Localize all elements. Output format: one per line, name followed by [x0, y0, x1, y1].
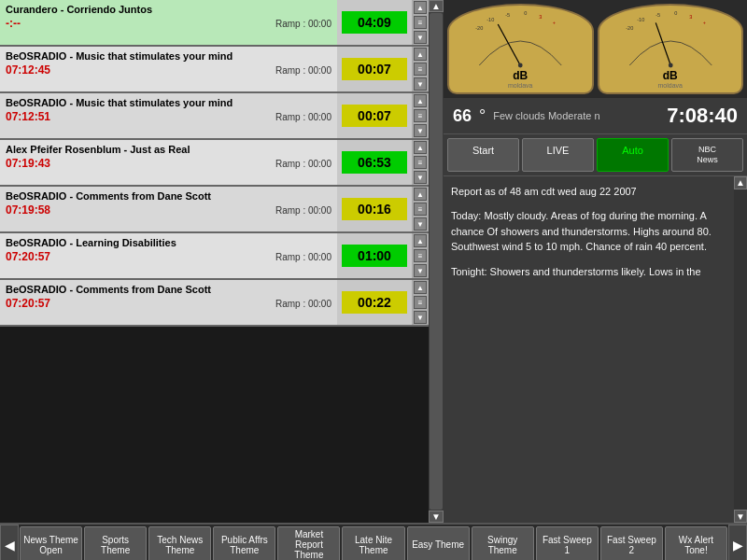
item-ctrl-up[interactable]: ▲ [414, 94, 427, 107]
item-title: BeOSRADIO - Music that stimulates your m… [6, 50, 331, 62]
item-time: 07:12:51 [6, 110, 50, 123]
item-time: -:-- [6, 17, 21, 30]
theme-item-swingy-theme[interactable]: Swingy Theme [472, 526, 534, 560]
item-title: BeOSRADIO - Learning Disabilities [6, 237, 331, 248]
svg-text:-10: -10 [637, 17, 644, 22]
svg-line-14 [655, 22, 670, 65]
vu-meters-section: -20 -10 -5 0 3 + dB moldava [444, 0, 747, 98]
item-time: 07:20:57 [6, 250, 50, 263]
theme-item-sports-theme[interactable]: Sports Theme [84, 526, 147, 560]
svg-text:-10: -10 [486, 17, 494, 22]
start-button[interactable]: Start [447, 138, 519, 172]
item-ctrl-menu[interactable]: ≡ [414, 156, 427, 169]
playlist-row[interactable]: Curandero - Corriendo Juntos -:-- Ramp :… [0, 0, 429, 47]
item-ctrl-down[interactable]: ▼ [414, 311, 427, 324]
item-ctrl-menu[interactable]: ≡ [414, 296, 427, 309]
vu-left-label: dB [513, 69, 528, 82]
theme-item-easy-theme[interactable]: Easy Theme [407, 526, 470, 560]
live-button[interactable]: LIVE [522, 138, 594, 172]
theme-item-public-affrs-theme[interactable]: Public Affrs Theme [213, 526, 275, 560]
item-ramp: Ramp : 00:00 [275, 65, 331, 76]
svg-text:-5: -5 [505, 12, 510, 18]
item-ctrl-up[interactable]: ▲ [414, 1, 427, 14]
svg-text:3: 3 [539, 14, 542, 20]
item-ctrl-menu[interactable]: ≡ [414, 203, 427, 216]
svg-text:-20: -20 [475, 25, 483, 31]
theme-next-btn[interactable]: ▶ [728, 525, 747, 560]
item-duration: 06:53 [342, 151, 407, 174]
vu-right-brand: moldava [658, 82, 683, 89]
item-ctrl-menu[interactable]: ≡ [414, 63, 427, 76]
item-ctrl-up[interactable]: ▲ [414, 188, 427, 201]
vu-left-brand: moldava [508, 82, 532, 89]
report-header: Report as of 48 am cdt wed aug 22 2007 [451, 184, 726, 200]
weather-scrollbar[interactable]: ▲ ▼ [734, 176, 747, 523]
control-buttons: Start LIVE Auto NBCNews [444, 134, 747, 176]
playlist-row[interactable]: BeOSRADIO - Music that stimulates your m… [0, 93, 429, 140]
theme-item-fast-sweep-2[interactable]: Fast Sweep 2 [600, 526, 663, 560]
weather-unit: ° [479, 106, 486, 126]
item-title: BeOSRADIO - Comments from Dane Scott [6, 190, 331, 202]
playlist-row[interactable]: BeOSRADIO - Comments from Dane Scott 07:… [0, 187, 429, 233]
item-ctrl-menu[interactable]: ≡ [414, 109, 427, 122]
item-ctrl-down[interactable]: ▼ [414, 31, 427, 44]
item-time: 07:20:57 [6, 297, 50, 310]
theme-item-market-report-theme[interactable]: Market Report Theme [277, 526, 340, 560]
theme-item-fast-sweep-1[interactable]: Fast Sweep 1 [536, 526, 599, 560]
weather-text-area: Report as of 48 am cdt wed aug 22 2007 T… [444, 176, 734, 523]
auto-button[interactable]: Auto [597, 138, 669, 172]
item-ctrl-menu[interactable]: ≡ [414, 16, 427, 29]
theme-items: News Theme OpenSports ThemeTech News The… [19, 525, 728, 560]
theme-item-tech-news-theme[interactable]: Tech News Theme [148, 526, 211, 560]
item-controls[interactable]: ▲ ≡ ▼ [412, 47, 429, 91]
theme-item-news-theme-open[interactable]: News Theme Open [20, 526, 82, 560]
item-duration-box: 04:09 [337, 0, 412, 45]
weather-bar: 66 ° Few clouds Moderate n 7:08:40 [444, 98, 747, 134]
scroll-up-btn[interactable]: ▲ [429, 0, 444, 12]
item-ctrl-up[interactable]: ▲ [414, 48, 427, 61]
playlist-row[interactable]: Alex Pfeifer Rosenblum - Just as Real 07… [0, 140, 429, 187]
item-title: BeOSRADIO - Music that stimulates your m… [6, 97, 331, 108]
vu-right-label: dB [663, 69, 678, 82]
item-ctrl-down[interactable]: ▼ [414, 171, 427, 184]
playlist-items: Curandero - Corriendo Juntos -:-- Ramp :… [0, 0, 429, 523]
weather-scroll-up[interactable]: ▲ [734, 176, 747, 189]
weather-description: Few clouds Moderate n [493, 110, 659, 121]
svg-text:-20: -20 [626, 25, 633, 31]
report-tonight: Tonight: Showers and thunderstorms likel… [451, 264, 726, 280]
item-ctrl-down[interactable]: ▼ [414, 124, 427, 137]
theme-prev-btn[interactable]: ◀ [0, 525, 19, 560]
playlist-row[interactable]: BeOSRADIO - Music that stimulates your m… [0, 47, 429, 93]
item-ctrl-down[interactable]: ▼ [414, 217, 427, 231]
item-ctrl-menu[interactable]: ≡ [414, 249, 427, 262]
item-controls[interactable]: ▲ ≡ ▼ [412, 0, 429, 45]
theme-item-wx-alert-tone[interactable]: Wx Alert Tone! [665, 526, 727, 560]
svg-text:+: + [553, 20, 556, 25]
weather-temp: 66 [453, 106, 472, 126]
item-ramp: Ramp : 00:00 [275, 112, 331, 122]
right-panel: -20 -10 -5 0 3 + dB moldava [444, 0, 747, 523]
item-ctrl-up[interactable]: ▲ [414, 234, 427, 247]
item-duration: 00:07 [342, 58, 407, 80]
item-controls[interactable]: ▲ ≡ ▼ [412, 233, 429, 278]
item-controls[interactable]: ▲ ≡ ▼ [412, 280, 429, 325]
svg-text:3: 3 [689, 14, 692, 20]
item-duration: 00:16 [342, 198, 407, 220]
item-duration-box: 00:16 [337, 187, 412, 231]
scroll-down-btn[interactable]: ▼ [429, 511, 444, 523]
item-controls[interactable]: ▲ ≡ ▼ [412, 187, 429, 231]
theme-item-late-nite-theme[interactable]: Late Nite Theme [342, 526, 404, 560]
weather-scroll-down[interactable]: ▼ [734, 510, 747, 523]
item-ctrl-up[interactable]: ▲ [414, 281, 427, 294]
item-ctrl-down[interactable]: ▼ [414, 264, 427, 277]
playlist-row[interactable]: BeOSRADIO - Comments from Dane Scott 07:… [0, 280, 429, 327]
nbc-button[interactable]: NBCNews [671, 138, 743, 172]
item-ctrl-up[interactable]: ▲ [414, 141, 427, 154]
item-controls[interactable]: ▲ ≡ ▼ [412, 140, 429, 185]
item-ctrl-down[interactable]: ▼ [414, 77, 427, 91]
playlist-row[interactable]: BeOSRADIO - Learning Disabilities 07:20:… [0, 233, 429, 280]
item-time: 07:19:58 [6, 203, 50, 217]
item-controls[interactable]: ▲ ≡ ▼ [412, 93, 429, 138]
item-duration-box: 01:00 [337, 233, 412, 278]
item-title: Alex Pfeifer Rosenblum - Just as Real [6, 144, 331, 155]
